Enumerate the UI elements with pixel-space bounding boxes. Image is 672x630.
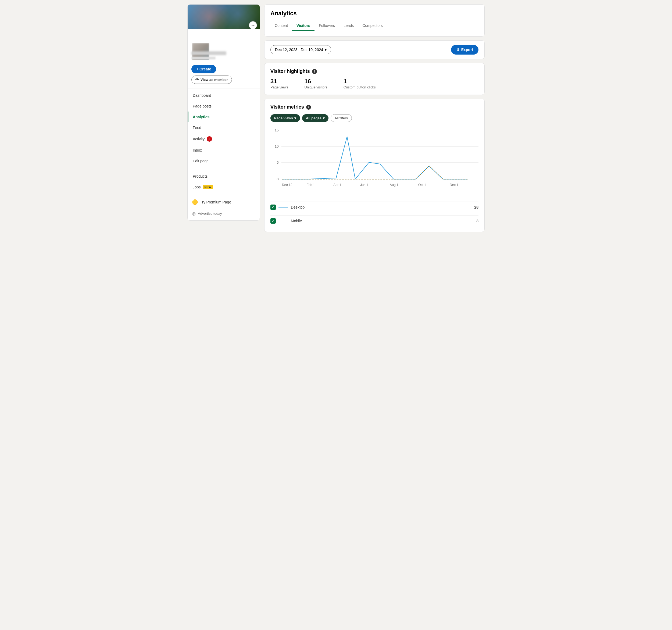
activity-badge: 3 [207,136,212,142]
advertise-icon: ◎ [192,211,196,216]
edit-logo-button[interactable]: ✏ [249,21,257,29]
try-premium-item[interactable]: 🟡 Try Premium Page [188,196,260,208]
chart-svg: 15 10 5 0 Dec 12 Feb 1 Apr 1 Jun 1 Aug 1… [270,127,478,197]
checkmark-icon: ✓ [272,205,274,209]
svg-text:Dec 1: Dec 1 [450,183,458,187]
tab-competitors[interactable]: Competitors [358,21,387,31]
legend-desktop: ✓ Desktop 28 [270,201,478,213]
all-filters-button[interactable]: All filters [331,114,352,122]
date-filter-row: Dec 12, 2023 - Dec 10, 2024 ▾ ⬇ Export [264,40,485,59]
sidebar-divider-3 [191,194,256,194]
create-button[interactable]: + Create [191,65,216,73]
eye-icon: 👁 [195,78,199,82]
premium-icon: 🟡 [192,199,198,205]
sidebar: ✏ + Create 👁 View as member Dashboard Pa… [187,4,260,221]
metrics-help-icon[interactable]: ? [306,105,311,110]
desktop-line [282,137,467,179]
date-range-button[interactable]: Dec 12, 2023 - Dec 10, 2024 ▾ [270,45,331,54]
edit-icon: ✏ [251,23,255,27]
export-button[interactable]: ⬇ Export [451,45,478,54]
svg-text:0: 0 [277,177,279,181]
tab-leads[interactable]: Leads [339,21,358,31]
highlights-help-icon[interactable]: ? [312,69,317,74]
chart-legend: ✓ Desktop 28 ✓ Mobile 3 [270,201,478,226]
metrics-title: Visitor metrics ? [270,104,478,110]
view-as-member-button[interactable]: 👁 View as member [191,75,232,84]
tab-content[interactable]: Content [270,21,292,31]
company-subtitle [191,57,216,59]
svg-text:Dec 12: Dec 12 [282,183,292,187]
sidebar-item-products[interactable]: Products [188,171,260,182]
svg-text:Aug 1: Aug 1 [390,183,398,187]
mobile-line-indicator [279,221,288,221]
checkmark-icon: ✓ [272,219,274,223]
svg-text:15: 15 [275,128,279,132]
tab-visitors[interactable]: Visitors [292,21,314,31]
page-views-filter-button[interactable]: Page views ▾ [270,114,300,122]
sidebar-item-edit-page[interactable]: Edit page [188,155,260,166]
sidebar-nav: Dashboard Page posts Analytics Feed Acti… [188,89,260,167]
mobile-legend-label: Mobile [291,219,302,223]
mobile-checkbox[interactable]: ✓ [270,218,276,224]
chevron-down-icon: ▾ [294,116,296,120]
legend-mobile-left: ✓ Mobile [270,218,302,224]
stat-page-views: 31 Page views [270,78,288,89]
mobile-count: 3 [476,219,478,223]
company-name [191,51,226,55]
download-icon: ⬇ [456,48,460,52]
chevron-down-icon: ▾ [325,48,327,52]
sidebar-item-feed[interactable]: Feed [188,122,260,133]
svg-text:Jun 1: Jun 1 [360,183,368,187]
metrics-filters: Page views ▾ All pages ▾ All filters [270,114,478,122]
visitor-highlights-card: Visitor highlights ? 31 Page views 16 Un… [264,63,485,95]
sidebar-actions: + Create 👁 View as member [188,62,260,88]
legend-mobile: ✓ Mobile 3 [270,215,478,226]
analytics-tabs: Content Visitors Followers Leads Competi… [264,21,484,31]
analytics-page-title: Analytics [270,10,478,17]
svg-text:5: 5 [277,161,279,165]
jobs-badge: NEW [203,185,213,189]
sidebar-divider-1 [188,88,260,89]
highlights-stats: 31 Page views 16 Unique visitors 1 Custo… [270,78,478,89]
sidebar-item-activity[interactable]: Activity 3 [188,133,260,145]
svg-text:10: 10 [275,144,279,148]
legend-desktop-left: ✓ Desktop [270,204,305,210]
desktop-line-indicator [279,207,288,208]
highlights-title: Visitor highlights ? [270,69,478,74]
visitor-metrics-card: Visitor metrics ? Page views ▾ All pages… [264,99,485,232]
all-pages-filter-button[interactable]: All pages ▾ [302,114,329,122]
sidebar-divider-2 [191,169,256,169]
visitor-metrics-chart: 15 10 5 0 Dec 12 Feb 1 Apr 1 Jun 1 Aug 1… [270,127,478,197]
stat-unique-visitors: 16 Unique visitors [304,78,327,89]
sidebar-item-inbox[interactable]: Inbox [188,145,260,155]
tab-followers[interactable]: Followers [314,21,339,31]
desktop-checkbox[interactable]: ✓ [270,204,276,210]
sidebar-item-page-posts[interactable]: Page posts [188,101,260,112]
advertise-today-item[interactable]: ◎ Advertise today [188,208,260,220]
analytics-tabs-card: Analytics Content Visitors Followers Lea… [264,4,485,37]
desktop-count: 28 [474,205,478,209]
svg-text:Oct 1: Oct 1 [418,183,426,187]
sidebar-item-jobs[interactable]: Jobs NEW [188,182,260,192]
svg-text:Feb 1: Feb 1 [307,183,315,187]
sidebar-item-dashboard[interactable]: Dashboard [188,90,260,101]
sidebar-item-analytics[interactable]: Analytics [188,112,260,122]
stat-custom-button-clicks: 1 Custom button clicks [343,78,376,89]
mobile-line [282,166,467,179]
chevron-down-icon: ▾ [323,116,325,120]
svg-text:Apr 1: Apr 1 [333,183,341,187]
main-content: Analytics Content Visitors Followers Lea… [264,4,485,232]
desktop-legend-label: Desktop [291,205,305,209]
date-range-label: Dec 12, 2023 - Dec 10, 2024 [275,48,323,52]
